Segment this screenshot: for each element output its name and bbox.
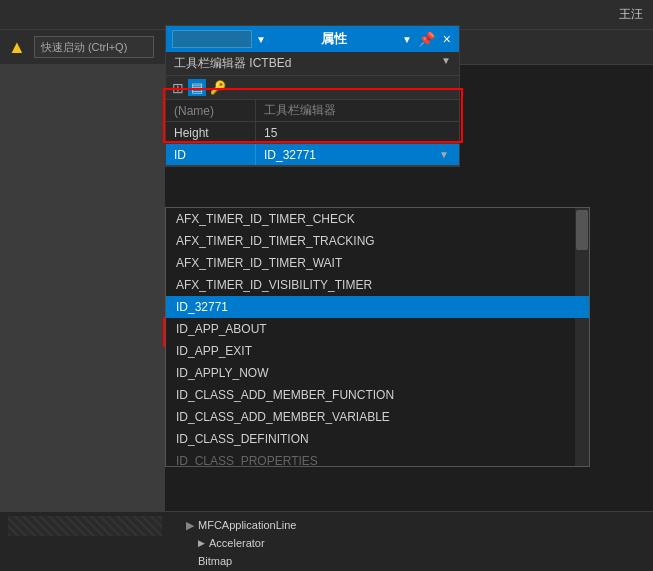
app-name: MFCApplicationLine <box>198 519 296 531</box>
canvas-area <box>0 65 165 511</box>
height-value[interactable]: 15 <box>256 122 459 143</box>
canvas-icon: ▲ <box>8 37 26 58</box>
header-dropdown-arrow[interactable]: ▼ <box>256 34 266 45</box>
tree-item-accelerator[interactable]: ▶ Accelerator <box>178 534 645 552</box>
prop-icons-row: ⊞ ▤ 🔑 <box>166 76 459 100</box>
toolbar-editor-text: 工具栏编辑器 ICTBEd <box>174 56 291 70</box>
dropdown-item-4[interactable]: ID_32771 <box>166 296 589 318</box>
dropdown-item-2[interactable]: AFX_TIMER_ID_TIMER_WAIT <box>166 252 589 274</box>
properties-header: ▼ 属性 ▼ 📌 × <box>166 26 459 52</box>
prop-row-id[interactable]: ID ID_32771 ▼ <box>166 144 459 166</box>
scroll-thumb[interactable] <box>576 210 588 250</box>
bottom-area: ▶ MFCApplicationLine ▶ Accelerator Bitma… <box>0 511 653 571</box>
user-name: 王汪 <box>619 6 643 23</box>
id-dropdown-arrow[interactable]: ▼ <box>439 149 451 160</box>
arrow-right: ▶ <box>186 519 194 532</box>
list-icon[interactable]: ▤ <box>188 79 206 96</box>
prop-row-name: (Name) 工具栏编辑器 <box>166 100 459 122</box>
dropdown-item-0[interactable]: AFX_TIMER_ID_TIMER_CHECK <box>166 208 589 230</box>
key-icon[interactable]: 🔑 <box>210 80 226 95</box>
id-value: ID_32771 ▼ <box>256 144 459 165</box>
bottom-right: ▶ MFCApplicationLine ▶ Accelerator Bitma… <box>170 512 653 571</box>
properties-panel: ▼ 属性 ▼ 📌 × 工具栏编辑器 ICTBEd ▼ ⊞ ▤ 🔑 (Name) … <box>165 25 460 167</box>
id-value-text: ID_32771 <box>264 148 316 162</box>
scrollbar[interactable] <box>575 208 589 466</box>
arrow-accel: ▶ <box>198 538 205 548</box>
search-placeholder: 快速启动 (Ctrl+Q) <box>41 40 127 55</box>
dropdown-list: AFX_TIMER_ID_TIMER_CHECK AFX_TIMER_ID_TI… <box>165 207 590 467</box>
pin-button[interactable]: 📌 <box>416 31 437 47</box>
close-button[interactable]: × <box>441 31 453 47</box>
search-box[interactable]: 快速启动 (Ctrl+Q) <box>34 36 154 58</box>
id-label: ID <box>166 144 256 165</box>
editor-dropdown[interactable]: ▼ <box>441 55 451 66</box>
bottom-left <box>0 512 170 571</box>
dropdown-item-1[interactable]: AFX_TIMER_ID_TIMER_TRACKING <box>166 230 589 252</box>
dropdown-item-5[interactable]: ID_APP_ABOUT <box>166 318 589 340</box>
toolbar-editor-label: 工具栏编辑器 ICTBEd ▼ <box>166 52 459 76</box>
dropdown-item-7[interactable]: ID_APPLY_NOW <box>166 362 589 384</box>
tree-item-bitmap[interactable]: Bitmap <box>178 552 645 570</box>
prop-row-height: Height 15 <box>166 122 459 144</box>
dropdown-item-8[interactable]: ID_CLASS_ADD_MEMBER_FUNCTION <box>166 384 589 406</box>
name-label: (Name) <box>166 100 256 121</box>
properties-title: 属性 <box>321 30 347 48</box>
properties-controls: ▼ 📌 × <box>402 31 453 47</box>
header-input[interactable] <box>172 30 252 48</box>
accelerator-label: Accelerator <box>209 537 265 549</box>
dropdown-item-6[interactable]: ID_APP_EXIT <box>166 340 589 362</box>
name-value: 工具栏编辑器 <box>256 100 459 121</box>
hatch-pattern <box>8 516 162 536</box>
dropdown-item-3[interactable]: AFX_TIMER_ID_VISIBILITY_TIMER <box>166 274 589 296</box>
height-label: Height <box>166 122 256 143</box>
dropdown-item-9[interactable]: ID_CLASS_ADD_MEMBER_VARIABLE <box>166 406 589 428</box>
dropdown-arrow2[interactable]: ▼ <box>402 34 412 45</box>
bitmap-label: Bitmap <box>198 555 232 567</box>
grid-icon[interactable]: ⊞ <box>172 80 184 96</box>
dropdown-item-11[interactable]: ID_CLASS_PROPERTIES <box>166 450 589 467</box>
dropdown-item-10[interactable]: ID_CLASS_DEFINITION <box>166 428 589 450</box>
app-label: ▶ MFCApplicationLine <box>178 516 645 534</box>
